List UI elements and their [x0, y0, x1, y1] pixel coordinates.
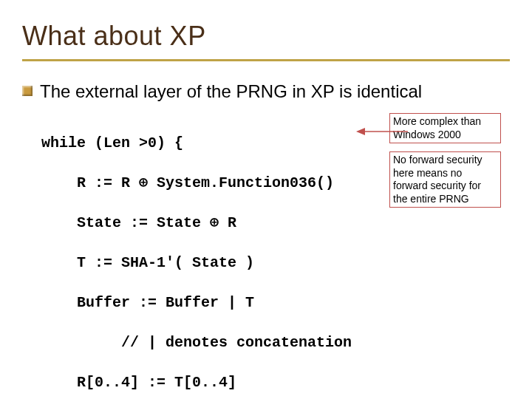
bullet-square-icon: [22, 86, 33, 96]
code-line: Buffer := Buffer | T: [41, 293, 510, 313]
code-line: R[0..4] := T[0..4]: [41, 372, 510, 392]
bullet-row: The external layer of the PRNG in XP is …: [22, 81, 510, 103]
svg-marker-1: [356, 128, 365, 135]
code-line: State := State ⊕ R: [41, 213, 510, 233]
code-line: T := SHA-1'( State ): [41, 253, 510, 273]
slide-body: while (Len >0) { R := R ⊕ System.Functio…: [22, 113, 510, 399]
code-line: // | denotes concatenation: [41, 332, 510, 352]
slide: What about XP The external layer of the …: [0, 0, 532, 399]
arrow-icon: [356, 126, 408, 137]
slide-title: What about XP: [22, 21, 510, 61]
bullet-text: The external layer of the PRNG in XP is …: [40, 81, 422, 103]
annotation-box-2: No forward security here means no forwar…: [389, 151, 501, 208]
